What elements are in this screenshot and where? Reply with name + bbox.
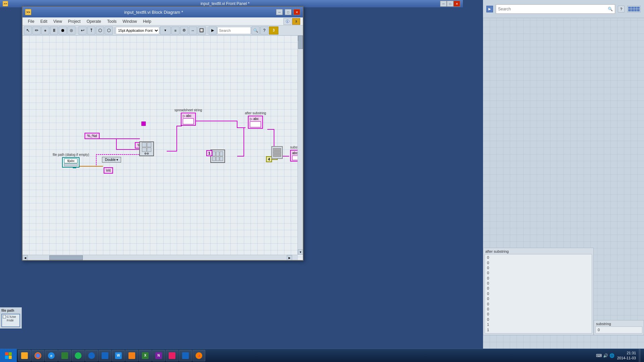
toolbar-undo-btn[interactable]: ↩ (78, 26, 87, 35)
newline-body[interactable]: \n\t (104, 167, 113, 174)
menu-bar: File Edit View Project Operate Tools Win… (22, 17, 303, 25)
const-1-body[interactable]: 1 (206, 150, 212, 156)
vertical-scrollbar[interactable]: ▲ ▼ (298, 36, 303, 255)
read-file-node[interactable] (210, 149, 225, 163)
horizontal-scrollbar[interactable]: ◀ ▶ (22, 255, 298, 260)
filepath-body[interactable]: $|abc (62, 157, 79, 168)
toolbar-arrow-tool[interactable]: ↖ (24, 26, 32, 35)
menu-tools[interactable]: Tools (105, 18, 119, 24)
taskbar-item-onenote[interactable]: N (152, 350, 165, 361)
toolbar-stop-btn[interactable]: ⏺ (59, 26, 67, 35)
menu-project[interactable]: Project (65, 18, 83, 24)
toolbar-forward-btn[interactable]: ⬡ (105, 26, 113, 35)
toolbar-back-btn[interactable]: ⬡ (96, 26, 104, 35)
menu-operate[interactable]: Operate (84, 18, 104, 24)
format-string-node[interactable]: %,;%d (85, 133, 100, 139)
taskbar-item-greenbox[interactable] (58, 350, 71, 361)
font-select[interactable]: 15pt Application Font (116, 27, 159, 34)
show-desktop-btn[interactable] (639, 349, 641, 362)
taskbar-item-blue[interactable] (85, 350, 98, 361)
menu-window[interactable]: Window (120, 18, 140, 24)
fp-close-btn[interactable]: ✕ (453, 1, 460, 7)
left-panel-title: file path (1, 309, 20, 312)
const-1-node[interactable]: 1 (206, 150, 212, 156)
taskbar-item-ie[interactable]: e (45, 350, 58, 361)
taskbar-item-folder[interactable] (18, 350, 31, 361)
scan-body[interactable]: ⚙⚙ (139, 141, 154, 156)
fp-maximize-btn[interactable]: □ (447, 1, 453, 7)
scroll-right-btn[interactable]: ▶ (287, 255, 292, 260)
right-panel-help-btn[interactable]: ? (618, 6, 625, 12)
toolbar-search-input[interactable] (217, 27, 251, 34)
right-search-input[interactable] (498, 7, 606, 11)
scroll-left-btn[interactable]: ◀ (22, 255, 28, 260)
windows-logo (5, 352, 12, 359)
vi-icon: 3 (292, 18, 300, 25)
sound-icon[interactable]: 🔊 (603, 353, 608, 358)
taskbar-item-mail[interactable] (99, 350, 111, 361)
taskbar-item-spotify[interactable] (72, 350, 85, 361)
keyboard-icon[interactable]: ⌨ (596, 353, 602, 358)
left-panel-filepath-inner: 📄 C:\Use Fridé (3, 315, 19, 322)
canvas-area[interactable]: file path (dialog if empty) $|abc %,;%d … (22, 36, 303, 260)
spreadsheet-arrow: ▷ (183, 114, 185, 118)
menu-edit[interactable]: Edit (38, 18, 50, 24)
index-array-node[interactable] (271, 146, 283, 159)
read-file-body[interactable] (210, 149, 225, 163)
greenbox-icon (61, 352, 68, 359)
toolbar-align-btn[interactable]: ≡ (171, 26, 179, 35)
fp-minimize-btn[interactable]: ─ (440, 1, 447, 7)
close-btn[interactable]: ✕ (293, 9, 300, 15)
toolbar-target-btn[interactable]: ◎ (67, 26, 75, 35)
toolbar-font-size-btn[interactable]: ▾ (160, 26, 171, 35)
left-panel: file path 📄 C:\Use Fridé (0, 307, 22, 328)
taskbar-item-word[interactable]: W (112, 350, 125, 361)
after-substring-node[interactable]: after substring ▷abc (245, 111, 266, 129)
scroll-thumb-v[interactable] (298, 36, 303, 49)
double-dropdown-body[interactable]: Double ▾ (102, 157, 121, 163)
taskbar-item-excel[interactable]: X (139, 350, 152, 361)
toolbar-help-btn[interactable]: ? (260, 26, 268, 35)
chrome-icon (35, 352, 41, 359)
toolbar-order-btn[interactable]: 🔲 (198, 26, 206, 35)
taskbar-time-display: 21:31 (617, 351, 636, 355)
folder-icon (21, 352, 28, 359)
toolbar-run-btn[interactable]: ● (41, 26, 49, 35)
double-dropdown-node[interactable]: Double ▾ (102, 157, 121, 163)
toolbar-pause-btn[interactable]: ⏸ (50, 26, 58, 35)
menu-help-icon[interactable]: 🛈 (283, 18, 291, 25)
toolbar-pencil-tool[interactable]: ✏ (33, 26, 41, 35)
taskbar-item-video[interactable] (125, 350, 138, 361)
toolbar-context-btn[interactable]: ▶ (209, 26, 217, 35)
format-body[interactable]: %,;%d (85, 133, 100, 139)
file-path-node[interactable]: file path (dialog if empty) $|abc (53, 153, 89, 168)
toolbar-resize-btn[interactable]: ↔ (189, 26, 197, 35)
spreadsheet-body[interactable]: ▷abc (181, 113, 196, 126)
substring-content: 0 (595, 326, 642, 334)
toolbar-search-btn[interactable]: 🔍 (252, 26, 260, 35)
toolbar-dist-btn[interactable]: ⚙ (180, 26, 188, 35)
start-button[interactable] (0, 349, 17, 362)
right-panel-topbar: ▶ 🔍 ? (483, 0, 644, 18)
spreadsheet-node[interactable]: spreadsheet string ▷abc (174, 108, 202, 126)
taskbar-clock[interactable]: 21:31 2014-11-03 (617, 351, 636, 360)
after-substring-label: after substring (245, 111, 266, 115)
taskbar-item-chrome[interactable] (32, 350, 44, 361)
scan-string-node[interactable]: ⚙⚙ (139, 141, 154, 156)
menu-file[interactable]: File (25, 18, 37, 24)
menu-view[interactable]: View (51, 18, 65, 24)
taskbar-item-paint[interactable] (166, 350, 178, 361)
taskbar-item-net[interactable] (179, 350, 192, 361)
taskbar-item-vlc[interactable]: 🔺 (193, 350, 205, 361)
after-substring-body[interactable]: ▷abc (248, 116, 263, 129)
scroll-thumb-h[interactable] (49, 255, 83, 260)
scroll-down-btn[interactable]: ▼ (298, 249, 303, 255)
newline-node[interactable]: \n\t (104, 167, 113, 174)
menu-help[interactable]: Help (140, 18, 154, 24)
toolbar-redo-btn[interactable]: ⤒ (87, 26, 95, 35)
view-grid-icon[interactable] (627, 6, 641, 12)
index-body[interactable] (271, 146, 283, 159)
maximize-btn[interactable]: □ (285, 9, 291, 15)
minimize-btn[interactable]: ─ (276, 9, 283, 15)
network-icon[interactable]: 🌐 (609, 353, 614, 358)
